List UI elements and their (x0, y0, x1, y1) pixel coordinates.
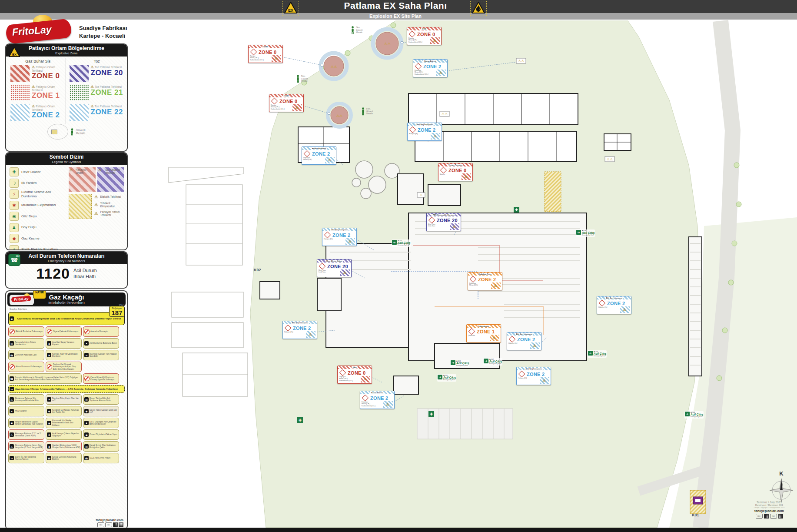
ghs-flame-diamond-icon (518, 371, 525, 378)
zone-sign-zone: ZONE 2 (423, 64, 442, 69)
symbols-panel-header: Sembol Dizini Legend for Symbols (6, 153, 127, 165)
step-text: Sosyal Güvenlik Kurumuna Bildirim (52, 456, 80, 461)
step-pictogram-icon: ➔ (10, 456, 14, 460)
emergency-panel-header: ☎112 Acil Durum Telefon Numaraları Emerg… (6, 252, 127, 264)
warning-triangle-icon: ⚠ (295, 106, 298, 110)
warning-triangle-icon: ⚠ (32, 104, 35, 108)
step-text: Pencereleri Açın Ortamı Havalandırın (15, 341, 43, 346)
step-pictogram-icon: ● (84, 341, 89, 346)
zone-sign-substances: Hidrojen [H₂] (324, 238, 332, 245)
zone-sign-title-strip: Akü Şarj İstasyonu (507, 332, 541, 336)
step-pictogram-icon: ➔ (84, 353, 89, 357)
emergency-exit-label: ➔ AC04 Acil Çıkış Emergency Exit (684, 411, 704, 419)
step-pictogram-icon: ☎ (84, 456, 89, 460)
step-text: Sigara Çakmak Kullanmayın (53, 330, 78, 332)
zone-pattern-swatch (10, 104, 30, 121)
procedure-step: ● Acil Durdurma Butonuna Basın (83, 338, 119, 349)
gas-zone-list: ⚠Patlayıcı Ortam Tehlikesi ZONE 0 ⚠Patla… (10, 65, 66, 121)
zone-sign-title-strip: Kazan Dairesi (360, 391, 394, 394)
zone-sign-substances: Biyogaz Metan [CH₄] Karbondioksit [CO₂] (250, 55, 264, 62)
zone-pattern-patch: ⚠ (292, 104, 302, 111)
zone-sign-card: Akü Şarj İstasyonu ZONE 2 Hidrojen [H₂] … (597, 296, 631, 314)
zone-sign-zone: ZONE 20 (437, 218, 458, 223)
procedure-step: HAYIR (33, 290, 46, 299)
zone-sign-card: Akü Şarj İstasyonu ZONE 2 Hidrojen [H₂] … (322, 228, 357, 246)
step-text: Bayılma Bilinç Kaybı Olan Var mı? (52, 397, 80, 402)
bottom-border-bar (0, 528, 797, 532)
gas-column-header: Gaz Buhar Sis (10, 59, 66, 63)
ghs-flame-diamond-icon (271, 98, 278, 105)
procedure-step: ◉ Ortam Ölçümlerini Tekrar Yapın (83, 429, 119, 440)
zone-sign-card: Akü Şarj İstasyonu ZONE 2 Hidrojen [H₂] … (507, 332, 541, 350)
procedure-step: Elektrik Prizlerine Dokunmayın (8, 326, 44, 337)
zone-sign-zone: ZONE 2 (418, 127, 436, 133)
compass-rose: K (767, 470, 795, 505)
symbol-label: Gaz Kesme (21, 236, 40, 240)
step-pictogram-icon (84, 376, 90, 381)
page-subtitle: Explosion EX Site Plan (261, 13, 530, 19)
zone-sign-title-strip: Doğalgaz Fırını (468, 273, 502, 276)
ghs-flame-diamond-icon (409, 126, 416, 133)
zone-sign-zone: ZONE 0 (448, 168, 467, 173)
symbol-legend-item: ♟ Boy Duşu (10, 223, 67, 232)
response-equipment-icon: ✱ (10, 201, 19, 210)
step-text: Açık Havaya Çıkarın İlkyardım Uygulayın (52, 432, 80, 437)
zone-sign-zone: ZONE 2 (517, 337, 535, 342)
step-pictogram-icon (84, 329, 90, 334)
emergency-exit-label: ➔ AC03 Acil Çıkış Emergency Exit (450, 360, 469, 367)
step-pictogram-icon: ✖ (47, 353, 51, 357)
procedure-step: ◆ Gazdan Etkilenmişse %100 Oksijen Verin… (46, 441, 82, 452)
exit-subtitle: Emergency Exit (582, 235, 594, 236)
zone-sign-card: GVM ZONE 0 Biyogaz Metan [CH₄] Karbondio… (407, 27, 442, 45)
procedure-step: ⚠ Alev veya Patlama 1° 2° ve 3° Yanıklar… (8, 429, 44, 440)
step-pictogram-icon: ✚ (47, 409, 51, 413)
hazard-icon: ⚠ (94, 203, 99, 207)
step-pictogram-icon: ▥ (84, 397, 89, 402)
running-man-exit-icon: ➔ (392, 240, 397, 245)
symbol-label: İlk Yardım (21, 181, 37, 185)
exit-subtitle: Emergency Exit (691, 416, 703, 418)
svg-text:⚠: ⚠ (420, 193, 422, 196)
zone-sign-substances: Hidrojen [H₂] (598, 306, 607, 313)
hazard-icon: ⚠ (94, 211, 99, 216)
zone-sign-substances: Hidrojen [H₂] (518, 377, 527, 384)
procedure-step: ✚ Sayım Yapın Çalışan Eksik Var mı? (83, 406, 119, 416)
hazard-label: Tehlikeli Kimyasallar (100, 202, 125, 208)
brand-block: FritoLay Suadiye FabrikasıKartepe - Koca… (6, 20, 132, 43)
explosion-ex-site-plan: { "header": { "title": "Patlama EX Saha … (0, 0, 797, 532)
iso-9001-badge: ISO (97, 522, 104, 527)
hazard-icon: ⚠ (94, 194, 99, 199)
fritolay-logo: FritoLay (5, 18, 72, 44)
step-text: Kaçak Sızıntı Olan Noktaların Fotoğrafın… (90, 444, 118, 449)
zone-name: ZONE 1 (32, 92, 66, 100)
patch-red-label: Patlayıcı Ortam (76, 168, 95, 174)
zone-pattern-patch: ⚠ (450, 223, 459, 230)
ex-warning-triangle-icon: EX (282, 1, 299, 16)
step-pictogram-icon: ▥ (10, 341, 14, 346)
svg-text:EX: EX (12, 53, 17, 57)
step-text: Ana Gaz Sayaç Vanasını Kapatın (52, 341, 80, 346)
restricted-area-patch (69, 194, 92, 219)
zone-sign-card: GVM ZONE 0 Biyogaz Metan [CH₄] Karbondio… (248, 45, 283, 63)
zone-name: ZONE 0 (32, 72, 66, 80)
warning-triangle-icon: ⚠ (386, 402, 389, 406)
zone-sign-title-strip: Laboratuvar (467, 325, 501, 328)
step-text: Sorumlu Müdüre ve İş Güvenliği Uzmanına … (15, 376, 80, 381)
zone-sign-zone: ZONE 0 (279, 99, 298, 104)
step-text: Binayı Tahliye Edin Acil Toplanma Alanın… (90, 397, 118, 402)
zone-sign-title-strip: Yangın Pompası (438, 163, 472, 166)
hazard-list: ⚠ Elektrik Tehlikesi ⚠ Tehlikeli Kimyasa… (94, 194, 125, 219)
zone-sign-substances: Motorin (440, 173, 445, 180)
symbol-legend-item: ☽ İlk Yardım (10, 179, 67, 188)
running-man-exit-icon: ➔ (484, 359, 488, 363)
person-icon (70, 128, 74, 136)
procedure-flowchart: ◉ Gaz Kokusu Hissettiğinizde veya Gaz Te… (6, 311, 127, 464)
zone-sign-zone: ZONE 2 (527, 372, 545, 377)
procedure-step: Alarm Butonunu Kullanmayın (8, 362, 44, 372)
emergency-exit-label: ➔ AC01 Acil Çıkış Emergency Exit (437, 374, 456, 382)
symbol-label: Göz Duşu (21, 214, 37, 218)
step-text: Elektrik Prizlerine Dokunmayın (16, 330, 43, 332)
ghs-flame-diamond-icon (409, 31, 416, 38)
emergency-exit-label: ➔ AC07 Acil Çıkış Emergency Exit (392, 239, 411, 247)
step-text: Çevrenizi Haberdar Edin (15, 354, 37, 356)
